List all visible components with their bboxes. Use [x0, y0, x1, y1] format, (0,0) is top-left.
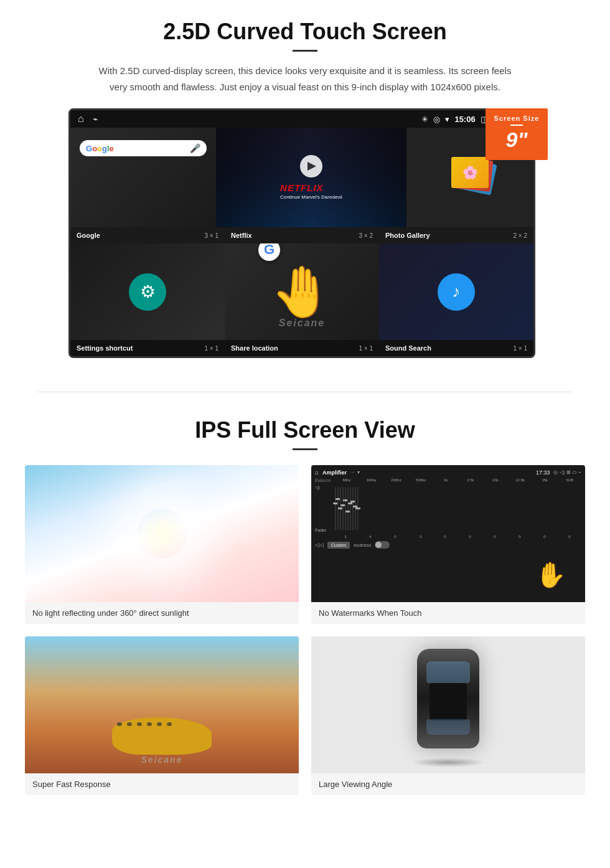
toggle-knob: [375, 542, 382, 548]
maps-label: Share location 1 × 1: [225, 342, 379, 354]
eq-num-10: 0: [558, 535, 581, 539]
status-time: 15:06: [454, 115, 475, 124]
eq-track-5: [345, 487, 346, 531]
car-roof: [429, 683, 467, 720]
eq-numbers: 3 4 0 -3 0 0 0 0 0 0: [334, 535, 581, 539]
netflix-subtitle: Continue Marvel's Daredevil: [280, 194, 342, 200]
eq-track-3: [340, 487, 341, 531]
spot-2: [127, 722, 132, 726]
eq-bar-4: [342, 484, 344, 534]
hand-point-area: G 🤚: [271, 267, 333, 317]
sunlight-background: [25, 465, 299, 602]
car-background: [311, 636, 585, 773]
music-note-icon: ♪: [453, 282, 461, 301]
eq-balance-label: Balance: [315, 478, 334, 483]
settings-label-name: Settings shortcut: [77, 344, 133, 352]
settings-app-cell[interactable]: ⚙ ⚙: [70, 243, 225, 340]
badge-number: 9": [490, 128, 543, 151]
eq-num-1: 3: [334, 535, 357, 539]
sound-label-size: 1 × 1: [513, 345, 527, 352]
amp-bottom-controls: ◁◁ Custom loudness: [315, 541, 581, 549]
section1-description: With 2.5D curved-display screen, this de…: [93, 63, 517, 95]
car-caption: Large Viewing Angle: [311, 773, 585, 795]
eq-bar-8: [352, 484, 354, 534]
amp-back-icon: ◁◁: [315, 542, 324, 548]
location-icon: ◎: [433, 115, 440, 124]
google-label: Google 3 × 1: [70, 230, 225, 241]
amp-dots: ···: [350, 469, 355, 475]
bluetooth-icon: ✳: [421, 115, 428, 124]
sound-search-cell[interactable]: ♪: [379, 243, 533, 340]
eq-num-7: 0: [483, 535, 507, 539]
car-card: Large Viewing Angle: [311, 636, 585, 795]
google-logo: Google: [86, 144, 114, 153]
eq-bars: [334, 484, 360, 534]
settings-label: Settings shortcut 1 × 1: [70, 342, 225, 354]
spot-3: [137, 722, 142, 726]
google-search-bar[interactable]: Google 🎤: [80, 140, 207, 156]
eq-num-3: 0: [383, 535, 407, 539]
spot-6: [167, 722, 172, 726]
netflix-app-cell[interactable]: NETFLIX Continue Marvel's Daredevil: [216, 128, 406, 227]
eq-label-60hz: 60hz: [335, 478, 359, 483]
eq-bar-7: [350, 484, 351, 534]
photo-stack: 🌸: [448, 156, 492, 199]
eq-fader-label: Fader: [315, 528, 332, 532]
section2-title: IPS Full Screen View: [25, 417, 585, 443]
eq-bar-10: [357, 484, 359, 534]
amp-custom-button[interactable]: Custom: [327, 542, 350, 549]
hand-touch-icon: ✋: [535, 560, 566, 590]
eq-label-15k: 15k: [533, 478, 556, 483]
gallery-label-name: Photo Gallery: [385, 232, 430, 239]
app-grid-row1: Google 🎤 NETFLIX Continue Marvel's Dared…: [70, 128, 533, 227]
amp-loudness-label: loudness: [354, 543, 371, 547]
sunlight-caption: No light reflecting under 360° direct su…: [25, 602, 299, 624]
google-app-cell[interactable]: Google 🎤: [70, 128, 216, 227]
eq-bar-5: [345, 484, 346, 534]
wifi-icon: ▾: [445, 115, 449, 124]
play-triangle-icon: [307, 162, 316, 171]
eq-num-2: 4: [359, 535, 382, 539]
eq-num-6: 0: [458, 535, 482, 539]
sound-search-icon-circle: ♪: [438, 273, 475, 311]
eq-label-1k: 1k: [434, 478, 458, 483]
eq-balance-ctrl: ◁): [315, 485, 332, 490]
amp-header: ⌂ Amplifier ··· ▾ 17:33 ◎ ◁) ⊠ ▭ ⌁: [315, 469, 581, 476]
section-ips: IPS Full Screen View No light reflecting…: [0, 411, 610, 814]
amplifier-screen: ⌂ Amplifier ··· ▾ 17:33 ◎ ◁) ⊠ ▭ ⌁ Balan…: [311, 465, 585, 602]
loudness-toggle[interactable]: [375, 541, 390, 549]
amp-home-icon: ⌂: [315, 469, 319, 476]
home-icon: ⌂: [78, 113, 84, 125]
hand-pointing-icon: 🤚: [271, 264, 333, 319]
play-button[interactable]: [300, 155, 322, 177]
netflix-logo: NETFLIX: [280, 182, 342, 193]
spot-1: [117, 722, 122, 726]
usb-icon: ⌁: [93, 114, 98, 124]
spot-5: [157, 722, 162, 726]
eq-bar-3: [340, 484, 341, 534]
badge-label: Screen Size: [490, 115, 543, 122]
sun-glow: [137, 509, 187, 559]
title-underline: [293, 50, 317, 52]
eq-label-12k5: 12.5k: [509, 478, 532, 483]
amp-icons: ◎ ◁) ⊠ ▭ ⌁: [553, 469, 581, 475]
google-label-size: 3 × 1: [204, 232, 218, 239]
sound-label: Sound Search 1 × 1: [379, 342, 533, 354]
seicane-watermark2: Seicane: [141, 755, 183, 765]
eq-label-200hz: 200hz: [385, 478, 408, 483]
maps-label-name: Share location: [231, 344, 278, 352]
cheetah-spots: [112, 717, 212, 755]
amp-title: Amplifier: [322, 469, 347, 476]
sunlight-image: [25, 465, 299, 602]
eq-track-4: [342, 487, 344, 531]
eq-num-9: 0: [533, 535, 556, 539]
amplifier-caption: No Watermarks When Touch: [311, 602, 585, 624]
car-top-view: [408, 649, 489, 761]
settings-icon-circle: ⚙: [129, 273, 166, 311]
eq-num-4: -3: [408, 535, 432, 539]
cheetah-card: Seicane Super Fast Response: [25, 636, 299, 795]
badge-divider: [510, 125, 523, 126]
eq-track-7: [350, 487, 351, 531]
maps-app-cell[interactable]: G 🤚: [225, 243, 379, 340]
car-image: [311, 636, 585, 773]
